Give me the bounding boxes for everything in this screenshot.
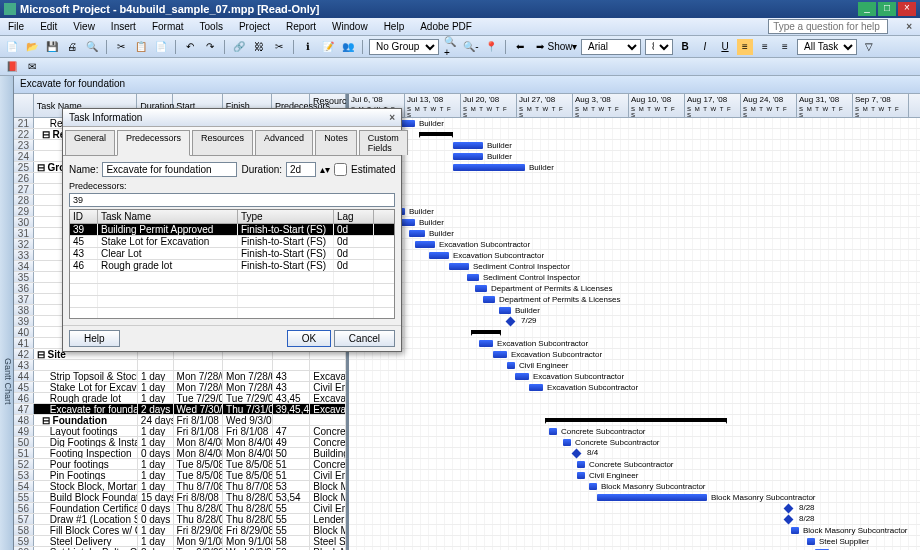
tab-resources[interactable]: Resources: [192, 130, 253, 155]
table-row[interactable]: 56 Foundation Certification 0 days Thu 8…: [14, 503, 346, 514]
redo-icon[interactable]: ↷: [202, 39, 218, 55]
view-tab-gantt[interactable]: Gantt Chart: [0, 76, 14, 550]
menu-tools[interactable]: Tools: [196, 20, 227, 33]
link-icon[interactable]: 🔗: [231, 39, 247, 55]
table-row[interactable]: 46 Rough grade lot 1 day Tue 7/29/08 Tue…: [14, 393, 346, 404]
predecessor-row[interactable]: 46Rough grade lotFinish-to-Start (FS)0d: [70, 260, 394, 272]
gantt-bar[interactable]: Department of Permits & Licenses: [483, 296, 495, 303]
tab-custom-fields[interactable]: Custom Fields: [359, 130, 408, 155]
gantt-bar[interactable]: Block Masonry Subcontractor: [791, 527, 799, 534]
predecessors-grid[interactable]: IDTask NameTypeLag 39Building Permit App…: [69, 209, 395, 319]
table-row[interactable]: 59 Steel Delivery 1 day Mon 9/1/08 Mon 9…: [14, 536, 346, 547]
goto-icon[interactable]: 📍: [483, 39, 499, 55]
tab-notes[interactable]: Notes: [315, 130, 357, 155]
doc-close-icon[interactable]: ×: [902, 20, 916, 33]
gantt-bar[interactable]: Civil Engineer: [577, 472, 585, 479]
gantt-bar[interactable]: Builder: [409, 230, 425, 237]
gantt-bar[interactable]: Excavation Subcontractor: [429, 252, 449, 259]
underline-icon[interactable]: U: [717, 39, 733, 55]
gantt-bar[interactable]: [545, 418, 727, 422]
paste-icon[interactable]: 📄: [153, 39, 169, 55]
close-button[interactable]: ×: [898, 2, 916, 16]
task-name-input[interactable]: [102, 162, 237, 177]
maximize-button[interactable]: □: [878, 2, 896, 16]
italic-icon[interactable]: I: [697, 39, 713, 55]
zoom-out-icon[interactable]: 🔍-: [463, 39, 479, 55]
font-size-select[interactable]: 8: [645, 39, 673, 55]
gantt-bar[interactable]: Excavation Subcontractor: [515, 373, 529, 380]
milestone[interactable]: [506, 317, 516, 327]
menu-window[interactable]: Window: [328, 20, 372, 33]
gantt-bar[interactable]: Sediment Control Inspector: [449, 263, 469, 270]
ok-button[interactable]: OK: [287, 330, 331, 347]
open-icon[interactable]: 📂: [24, 39, 40, 55]
help-button[interactable]: Help: [69, 330, 120, 347]
gantt-bar[interactable]: Civil Engineer: [507, 362, 515, 369]
gantt-bar[interactable]: Builder: [499, 307, 511, 314]
cut-icon[interactable]: ✂: [113, 39, 129, 55]
split-icon[interactable]: ✂: [271, 39, 287, 55]
unlink-icon[interactable]: ⛓: [251, 39, 267, 55]
table-row[interactable]: 52 Pour footings 1 day Tue 8/5/08 Tue 8/…: [14, 459, 346, 470]
gantt-bar[interactable]: Builder: [453, 164, 525, 171]
minimize-button[interactable]: _: [858, 2, 876, 16]
table-row[interactable]: 45 Stake Lot for Excavation 1 day Mon 7/…: [14, 382, 346, 393]
save-icon[interactable]: 💾: [44, 39, 60, 55]
table-row[interactable]: 58 Fill Block Cores w/ Concrete 1 day Fr…: [14, 525, 346, 536]
gantt-bar[interactable]: Concrete Subcontractor: [549, 428, 557, 435]
copy-icon[interactable]: 📋: [133, 39, 149, 55]
milestone[interactable]: [784, 515, 794, 525]
table-row[interactable]: 43: [14, 360, 346, 371]
menu-insert[interactable]: Insert: [107, 20, 140, 33]
tab-predecessors[interactable]: Predecessors: [117, 130, 190, 156]
new-icon[interactable]: 📄: [4, 39, 20, 55]
group-select[interactable]: No Group: [369, 39, 439, 55]
dialog-close-icon[interactable]: ×: [389, 112, 395, 123]
help-search-input[interactable]: [768, 19, 888, 34]
gantt-bar[interactable]: Builder: [453, 153, 483, 160]
print-icon[interactable]: 🖨: [64, 39, 80, 55]
gantt-bar[interactable]: Excavation Subcontractor: [479, 340, 493, 347]
notes-icon[interactable]: 📝: [320, 39, 336, 55]
milestone[interactable]: [784, 504, 794, 514]
table-row[interactable]: 53 Pin Footings 1 day Tue 8/5/08 Tue 8/5…: [14, 470, 346, 481]
indent-icon[interactable]: ➡: [532, 39, 548, 55]
predecessor-row[interactable]: 39Building Permit ApprovedFinish-to-Star…: [70, 224, 394, 236]
tab-general[interactable]: General: [65, 130, 115, 155]
gantt-bar[interactable]: Sediment Control Inspector: [467, 274, 479, 281]
table-row[interactable]: 49 Layout footings 1 day Fri 8/1/08 Fri …: [14, 426, 346, 437]
table-row[interactable]: 55 Build Block Foundation 15 days Fri 8/…: [14, 492, 346, 503]
info-icon[interactable]: ℹ: [300, 39, 316, 55]
duration-spinner-icon[interactable]: ▴▾: [320, 164, 330, 175]
table-row[interactable]: 51 Footing Inspection 0 days Mon 8/4/08 …: [14, 448, 346, 459]
pdf-icon[interactable]: 📕: [4, 59, 20, 75]
gantt-bar[interactable]: Block Masonry Subcontractor: [589, 483, 597, 490]
gantt-bar[interactable]: [471, 330, 501, 334]
gantt-bar[interactable]: Block Masonry Subcontractor: [597, 494, 707, 501]
predecessor-row[interactable]: 43Clear LotFinish-to-Start (FS)0d: [70, 248, 394, 260]
print-preview-icon[interactable]: 🔍: [84, 39, 100, 55]
zoom-in-icon[interactable]: 🔍+: [443, 39, 459, 55]
autofilter-icon[interactable]: ▽: [861, 39, 877, 55]
bold-icon[interactable]: B: [677, 39, 693, 55]
estimated-checkbox[interactable]: [334, 163, 347, 176]
outdent-icon[interactable]: ⬅: [512, 39, 528, 55]
gantt-bar[interactable]: Department of Permits & Licenses: [475, 285, 487, 292]
menu-file[interactable]: File: [4, 20, 28, 33]
table-row[interactable]: 54 Stock Block, Mortar, Sand 1 day Thu 8…: [14, 481, 346, 492]
predecessor-row[interactable]: 45Stake Lot for ExcavationFinish-to-Star…: [70, 236, 394, 248]
gantt-bar[interactable]: Concrete Subcontractor: [577, 461, 585, 468]
gantt-bar[interactable]: [419, 132, 453, 136]
align-left-icon[interactable]: ≡: [737, 39, 753, 55]
align-right-icon[interactable]: ≡: [777, 39, 793, 55]
align-center-icon[interactable]: ≡: [757, 39, 773, 55]
gantt-bar[interactable]: Excavation Subcontractor: [529, 384, 543, 391]
undo-icon[interactable]: ↶: [182, 39, 198, 55]
gantt-bar[interactable]: Excavation Subcontractor: [493, 351, 507, 358]
cancel-button[interactable]: Cancel: [334, 330, 395, 347]
show-dropdown[interactable]: Show: [552, 39, 568, 55]
milestone[interactable]: [572, 449, 582, 459]
gantt-bar[interactable]: Builder: [453, 142, 483, 149]
pdf-mail-icon[interactable]: ✉: [24, 59, 40, 75]
menu-edit[interactable]: Edit: [36, 20, 61, 33]
